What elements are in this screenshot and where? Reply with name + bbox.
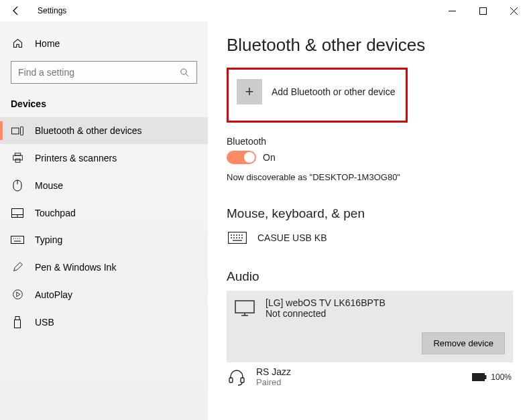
- bluetooth-toggle[interactable]: [227, 151, 256, 164]
- search-input[interactable]: [18, 67, 180, 78]
- device-row-keyboard[interactable]: CASUE USB KB: [227, 228, 513, 248]
- remove-device-button[interactable]: Remove device: [422, 332, 505, 354]
- printer-icon: [11, 152, 24, 163]
- usb-icon: [11, 316, 24, 328]
- sidebar: Home Devices Bluetooth & other devices: [0, 21, 208, 420]
- devices-icon: [11, 126, 24, 136]
- sidebar-item-label: Mouse: [35, 180, 63, 191]
- sidebar-nav: Bluetooth & other devices Printers & sca…: [0, 117, 208, 336]
- device-row-tv[interactable]: [LG] webOS TV LK616BPTB Not connected Re…: [227, 291, 513, 362]
- svg-rect-43: [485, 375, 487, 379]
- svg-point-22: [13, 290, 22, 299]
- page-title: Bluetooth & other devices: [227, 35, 513, 56]
- svg-rect-1: [479, 7, 486, 14]
- sidebar-item-printers[interactable]: Printers & scanners: [0, 144, 208, 171]
- device-name: [LG] webOS TV LK616BPTB: [266, 297, 386, 308]
- plus-icon: +: [237, 79, 262, 104]
- sidebar-item-label: Pen & Windows Ink: [35, 262, 116, 273]
- sidebar-item-label: Touchpad: [35, 208, 76, 218]
- svg-rect-9: [13, 155, 22, 160]
- sidebar-item-label: Bluetooth & other devices: [35, 125, 142, 136]
- discoverable-text: Now discoverable as "DESKTOP-1M3OG80": [227, 172, 513, 182]
- svg-rect-7: [21, 127, 23, 135]
- add-device-button[interactable]: + Add Bluetooth or other device: [227, 68, 408, 123]
- battery-icon: [472, 373, 487, 381]
- sidebar-item-pen[interactable]: Pen & Windows Ink: [0, 253, 208, 281]
- sidebar-item-label: Printers & scanners: [35, 153, 117, 163]
- touchpad-icon: [11, 208, 24, 218]
- battery-indicator: 100%: [472, 372, 512, 382]
- sidebar-item-touchpad[interactable]: Touchpad: [0, 200, 208, 226]
- home-label: Home: [35, 38, 60, 49]
- sidebar-item-mouse[interactable]: Mouse: [0, 171, 208, 200]
- sidebar-section-label: Devices: [0, 93, 208, 117]
- sidebar-item-label: Typing: [35, 234, 62, 245]
- search-box[interactable]: [11, 61, 197, 84]
- svg-rect-6: [11, 128, 19, 134]
- sidebar-item-bluetooth[interactable]: Bluetooth & other devices: [0, 117, 208, 144]
- keyboard-device-icon: [228, 232, 247, 244]
- titlebar: Settings: [0, 0, 529, 21]
- section-mouse-keyboard: Mouse, keyboard, & pen: [227, 206, 513, 221]
- close-button[interactable]: [498, 0, 529, 21]
- svg-rect-16: [11, 236, 24, 244]
- sidebar-home[interactable]: Home: [0, 32, 208, 54]
- minimize-button[interactable]: [436, 0, 467, 21]
- sidebar-item-label: AutoPlay: [35, 289, 72, 300]
- sidebar-item-usb[interactable]: USB: [0, 308, 208, 336]
- back-button[interactable]: [5, 0, 27, 21]
- section-audio: Audio: [227, 269, 513, 284]
- svg-rect-8: [15, 153, 21, 155]
- device-name: CASUE USB KB: [257, 232, 327, 243]
- keyboard-icon: [11, 236, 24, 244]
- autoplay-icon: [11, 289, 24, 300]
- svg-rect-23: [15, 317, 19, 320]
- add-device-label: Add Bluetooth or other device: [272, 86, 395, 97]
- device-name: RS Jazz: [256, 366, 291, 377]
- toggle-state-label: On: [263, 152, 276, 163]
- sidebar-item-label: USB: [35, 317, 54, 328]
- pen-icon: [11, 261, 24, 273]
- svg-rect-40: [229, 378, 233, 382]
- bluetooth-label: Bluetooth: [227, 136, 513, 147]
- main-panel: Bluetooth & other devices + Add Bluetoot…: [208, 21, 529, 420]
- svg-rect-42: [473, 373, 485, 380]
- device-status: Not connected: [266, 308, 386, 319]
- device-status: Paired: [256, 377, 291, 387]
- window-title: Settings: [38, 6, 66, 15]
- maximize-button[interactable]: [467, 0, 498, 21]
- svg-line-5: [186, 74, 188, 76]
- svg-point-4: [181, 68, 186, 74]
- search-icon: [180, 68, 190, 78]
- svg-rect-41: [241, 378, 244, 382]
- sidebar-item-typing[interactable]: Typing: [0, 226, 208, 253]
- svg-rect-24: [15, 320, 21, 328]
- device-row-headset[interactable]: RS Jazz Paired 100%: [227, 362, 513, 391]
- svg-rect-10: [15, 159, 20, 162]
- headset-icon: [228, 368, 245, 386]
- mouse-icon: [11, 180, 24, 192]
- home-icon: [11, 38, 24, 49]
- battery-percent: 100%: [491, 372, 512, 382]
- tv-icon: [235, 300, 255, 316]
- sidebar-item-autoplay[interactable]: AutoPlay: [0, 281, 208, 308]
- svg-rect-37: [235, 301, 254, 313]
